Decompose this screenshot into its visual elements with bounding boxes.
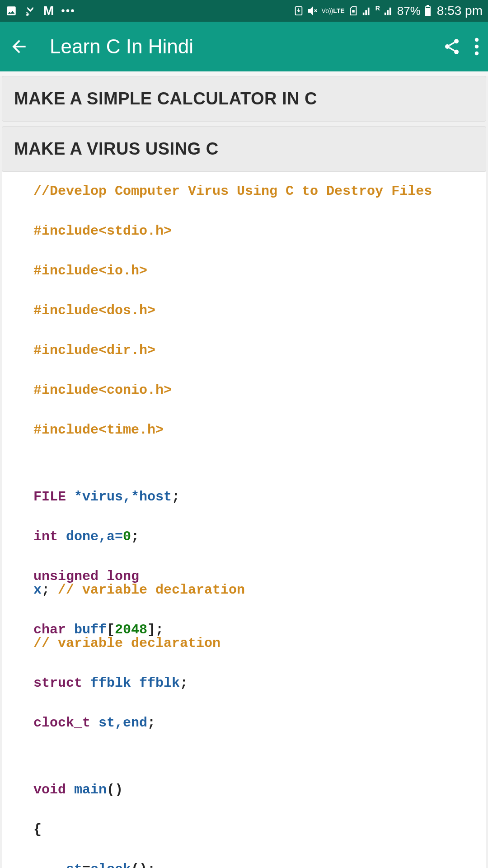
svg-point-9 (475, 45, 479, 48)
signal-icon-2 (384, 6, 394, 16)
content: MAKE A SIMPLE CALCULATOR IN C MAKE A VIR… (0, 76, 488, 868)
r-label: R (375, 5, 380, 12)
svg-point-7 (454, 50, 459, 54)
punct: ]; (147, 622, 164, 637)
fn: clock (90, 862, 131, 868)
type: clock_t (33, 715, 90, 731)
punct: [ (107, 622, 115, 637)
var: buff (66, 622, 107, 637)
blank (33, 769, 482, 783)
time-label: 8:53 pm (437, 4, 483, 18)
back-button[interactable] (9, 37, 36, 57)
include: #include<time.h> (33, 422, 164, 438)
comment: // variable declaration (33, 636, 221, 651)
more-icon: ••• (61, 5, 75, 17)
app-bar-actions (443, 38, 479, 56)
svg-rect-3 (427, 5, 429, 6)
menu-button[interactable] (474, 38, 479, 56)
section-calculator[interactable]: MAKE A SIMPLE CALCULATOR IN C (2, 76, 486, 122)
lte-label: LTE (333, 8, 344, 14)
punct: () (107, 782, 123, 797)
include: #include<stdio.h> (33, 223, 172, 239)
blank (33, 370, 482, 383)
code-line: #include<dir.h> (33, 344, 482, 357)
code-line: void main() (33, 783, 482, 797)
vars: st,end (90, 715, 147, 731)
blank (33, 663, 482, 676)
punct: ; (180, 675, 188, 691)
status-bar: M ••• Vo)) LTE R 87% 8:53 pm (0, 0, 488, 22)
app-update-icon (294, 6, 304, 16)
code-line: #include<io.h> (33, 264, 482, 278)
fn: main (66, 782, 107, 797)
kw: unsigned long (33, 569, 139, 584)
kw: FILE (33, 489, 66, 505)
code-block[interactable]: //Develop Computer Virus Using C to Dest… (2, 172, 486, 868)
num: 0 (123, 529, 131, 544)
cast-icon (24, 5, 36, 17)
blank (33, 756, 482, 769)
punct: ; (147, 715, 155, 731)
code-line: #include<stdio.h> (33, 224, 482, 238)
punct: ; (172, 489, 180, 505)
volte-icon: Vo)) LTE (322, 8, 345, 14)
code-line: #include<conio.h> (33, 383, 482, 397)
code-line: clock_t st,end; (33, 716, 482, 730)
blank (33, 849, 482, 863)
code-line: #include<time.h> (33, 423, 482, 437)
code-line: #include<dos.h> (33, 304, 482, 317)
blank (33, 809, 482, 823)
code-line: { (33, 823, 482, 836)
blank (33, 463, 482, 476)
code-line: // variable declaration (33, 637, 482, 650)
volte-top: Vo)) (322, 8, 333, 14)
svg-rect-1 (352, 10, 355, 13)
code-line: unsigned long (33, 570, 482, 583)
blank (33, 516, 482, 530)
indent (33, 862, 66, 868)
code-line: int done,a=0; (33, 530, 482, 543)
comment: // variable declaration (50, 582, 245, 598)
app-title: Learn C In Hindi (36, 35, 443, 58)
var: ffblk (131, 675, 180, 691)
blank (33, 330, 482, 344)
svg-point-8 (475, 38, 479, 42)
blank (33, 556, 482, 570)
punct: ; (42, 582, 50, 598)
blank (33, 290, 482, 304)
blank (33, 609, 482, 623)
var: x (33, 582, 42, 598)
status-right: Vo)) LTE R 87% 8:53 pm (294, 4, 483, 18)
blank (33, 476, 482, 490)
code-line: x; // variable declaration (33, 583, 482, 597)
include: #include<dir.h> (33, 343, 155, 358)
blank (33, 703, 482, 716)
share-button[interactable] (443, 38, 461, 56)
status-left: M ••• (5, 4, 75, 18)
sim-icon (348, 6, 358, 16)
eq: = (82, 862, 90, 868)
comment: //Develop Computer Virus Using C to Dest… (33, 184, 432, 199)
num: 2048 (115, 622, 147, 637)
punct: ; (131, 529, 139, 544)
battery-pct: 87% (397, 4, 421, 18)
kw: char (33, 622, 66, 637)
include: #include<io.h> (33, 263, 147, 278)
image-icon (5, 5, 17, 17)
blank (33, 410, 482, 423)
svg-point-6 (445, 44, 450, 49)
battery-icon (424, 5, 432, 17)
blank (33, 250, 482, 264)
punct: (); (131, 862, 155, 868)
code-line: char buff[2048]; (33, 623, 482, 637)
include: #include<conio.h> (33, 382, 172, 398)
app-bar: Learn C In Hindi (0, 22, 488, 71)
blank (33, 449, 482, 463)
brace: { (33, 822, 42, 837)
type: ffblk (82, 675, 131, 691)
kw: struct (33, 675, 82, 691)
blank (33, 742, 482, 756)
kw: void (33, 782, 66, 797)
code-line: struct ffblk ffblk; (33, 676, 482, 690)
section-virus[interactable]: MAKE A VIRUS USING C (2, 126, 486, 172)
